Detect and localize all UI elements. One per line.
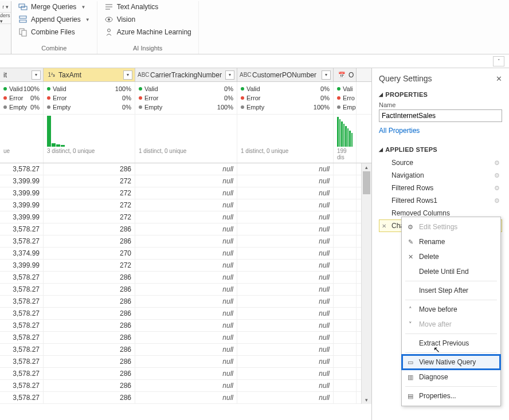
- table-cell: null: [237, 344, 334, 355]
- table-cell: 272: [44, 175, 135, 187]
- formula-bar: ˅: [0, 54, 509, 68]
- all-properties-link[interactable]: All Properties: [379, 127, 420, 135]
- table-row[interactable]: 3,578.27286nullnull: [0, 296, 361, 308]
- quality-cell: Valid100%Error0%Empty0%: [44, 82, 135, 114]
- vertical-scrollbar[interactable]: ▴ ▾: [361, 163, 371, 404]
- gear-icon[interactable]: ⚙: [494, 197, 500, 205]
- svg-rect-1: [21, 6, 27, 10]
- table-cell: 3,578.27: [0, 344, 44, 355]
- column-name: it: [2, 71, 32, 79]
- applied-step[interactable]: Filtered Rows⚙: [379, 182, 502, 194]
- table-row[interactable]: 3,578.27286nullnull: [0, 368, 361, 380]
- applied-step[interactable]: Navigation⚙: [379, 169, 502, 182]
- table-row[interactable]: 3,578.27286nullnull: [0, 332, 361, 344]
- type-icon[interactable]: 📅: [336, 72, 347, 78]
- scroll-up-arrow-icon[interactable]: ▴: [362, 163, 371, 171]
- table-row[interactable]: 3,399.99272nullnull: [0, 199, 361, 211]
- scroll-down-arrow-icon[interactable]: ▾: [362, 396, 371, 404]
- gear-icon[interactable]: ⚙: [494, 159, 500, 167]
- gear-icon[interactable]: ⚙: [494, 172, 500, 179]
- table-row[interactable]: 3,399.99272nullnull: [0, 187, 361, 199]
- table-row[interactable]: 3,578.27286nullnull: [0, 308, 361, 320]
- menu-item-icon: ✎: [406, 238, 414, 246]
- table-cell: 3,578.27: [0, 296, 44, 307]
- table-row[interactable]: 3,399.99272nullnull: [0, 211, 361, 223]
- table-row[interactable]: 3,578.27286nullnull: [0, 392, 361, 404]
- table-row[interactable]: 3,578.27286nullnull: [0, 380, 361, 392]
- chevron-down-icon: ˅: [498, 58, 500, 64]
- menu-item[interactable]: ▤Properties...: [402, 388, 500, 403]
- column-name: CarrierTrackingNumber: [149, 71, 225, 79]
- table-cell: null: [135, 175, 237, 187]
- merge-queries-button[interactable]: Merge Queries ▼: [16, 1, 92, 13]
- gear-icon[interactable]: ⚙: [494, 185, 500, 192]
- close-settings-button[interactable]: ✕: [496, 74, 502, 83]
- collapse-caret-icon: ◢: [379, 92, 383, 97]
- table-row[interactable]: 3,578.27286nullnull: [0, 235, 361, 248]
- azure-ml-button[interactable]: Azure Machine Learning: [102, 26, 194, 38]
- table-cell: [334, 332, 357, 343]
- table-row[interactable]: 3,578.27286nullnull: [0, 163, 361, 175]
- column-header-ctn[interactable]: ABCCarrierTrackingNumber▾: [135, 68, 237, 81]
- table-cell: 3,578.27: [0, 356, 44, 367]
- column-header-cpo[interactable]: ABCCustomerPONumber▾: [237, 68, 334, 81]
- column-name: CustomerPONumber: [251, 71, 322, 79]
- append-queries-button[interactable]: Append Queries ▼: [16, 14, 92, 25]
- menu-item[interactable]: Insert Step After: [402, 283, 500, 298]
- column-filter-button[interactable]: ▾: [225, 70, 234, 80]
- table-row[interactable]: 3,578.27286nullnull: [0, 272, 361, 284]
- table-row[interactable]: 3,399.99272nullnull: [0, 260, 361, 272]
- text-analytics-button[interactable]: Text Analytics: [102, 1, 194, 13]
- applied-step[interactable]: Source⚙: [379, 156, 502, 169]
- type-icon[interactable]: 1²₃: [46, 72, 57, 78]
- table-cell: 3,374.99: [0, 248, 44, 259]
- table-row[interactable]: 3,399.99272nullnull: [0, 175, 361, 187]
- table-cell: null: [135, 284, 237, 295]
- table-row[interactable]: 3,374.99270nullnull: [0, 248, 361, 260]
- delete-step-icon[interactable]: ✕: [382, 223, 386, 229]
- applied-steps-header[interactable]: ◢ APPLIED STEPS: [379, 146, 502, 153]
- ribbon-group-ai: Text Analytics Vision Azure Machine Lear…: [97, 1, 199, 54]
- table-row[interactable]: 3,578.27286nullnull: [0, 284, 361, 296]
- scrollbar-thumb[interactable]: [363, 171, 370, 194]
- menu-item[interactable]: ✕Delete: [402, 249, 500, 264]
- column-header-ord[interactable]: 📅Ord: [334, 68, 357, 81]
- partial-btn-0[interactable]: r ▾: [0, 1, 11, 13]
- menu-item[interactable]: ▭View Native Query: [402, 355, 500, 370]
- table-row[interactable]: 3,578.27286nullnull: [0, 223, 361, 235]
- query-name-input[interactable]: [379, 109, 502, 122]
- table-row[interactable]: 3,578.27286nullnull: [0, 320, 361, 332]
- table-row[interactable]: 3,578.27286nullnull: [0, 344, 361, 356]
- menu-item[interactable]: ✎Rename: [402, 234, 500, 249]
- ribbon-left-partial: r ▾ ders ▾: [0, 1, 11, 54]
- distribution-cell: ue: [0, 115, 44, 163]
- partial-btn-1[interactable]: ders ▾: [0, 13, 11, 24]
- combine-files-button[interactable]: Combine Files: [16, 26, 92, 38]
- vision-button[interactable]: Vision: [102, 14, 194, 25]
- column-header-tax[interactable]: 1²₃TaxAmt▾: [44, 68, 135, 81]
- menu-item[interactable]: ˄Move before: [402, 302, 500, 317]
- column-filter-button[interactable]: ▾: [322, 70, 331, 80]
- distribution-cell: 1 distinct, 0 unique: [237, 115, 334, 163]
- formula-expand-button[interactable]: ˅: [493, 56, 504, 66]
- type-icon[interactable]: ABC: [138, 72, 149, 78]
- type-icon[interactable]: ABC: [240, 72, 251, 78]
- menu-item-label: Diagnose: [419, 373, 448, 381]
- column-header-partial0[interactable]: it▾: [0, 68, 44, 81]
- column-filter-button[interactable]: ▾: [32, 70, 41, 80]
- table-cell: 286: [44, 332, 135, 343]
- menu-item[interactable]: ▥Diagnose: [402, 370, 500, 384]
- table-cell: null: [237, 320, 334, 331]
- menu-item-label: Move before: [419, 305, 457, 313]
- table-cell: 3,399.99: [0, 199, 44, 211]
- table-cell: null: [135, 368, 237, 379]
- table-cell: null: [135, 211, 237, 223]
- table-row[interactable]: 3,578.27286nullnull: [0, 356, 361, 368]
- applied-step[interactable]: Filtered Rows1⚙: [379, 194, 502, 207]
- menu-item[interactable]: Delete Until End: [402, 264, 500, 279]
- column-filter-button[interactable]: ▾: [123, 70, 132, 80]
- table-cell: 286: [44, 368, 135, 379]
- properties-section-header[interactable]: ◢ PROPERTIES: [379, 91, 502, 98]
- table-cell: null: [237, 260, 334, 271]
- menu-item[interactable]: Extract Previous: [402, 336, 500, 351]
